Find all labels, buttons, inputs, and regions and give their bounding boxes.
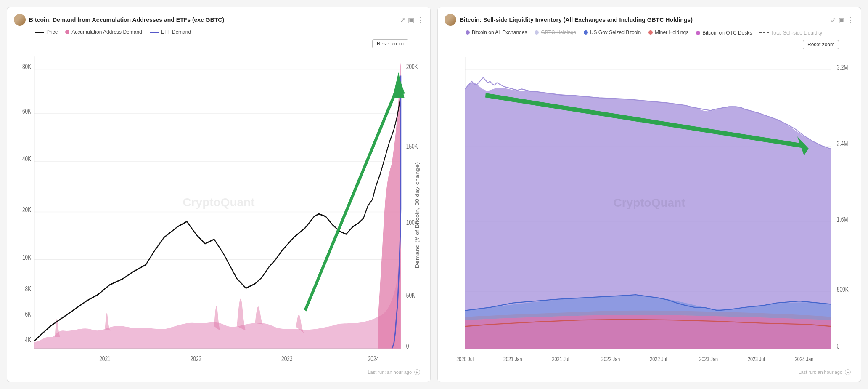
- svg-text:80K: 80K: [22, 63, 31, 70]
- reset-zoom-btn-2[interactable]: Reset zoom: [803, 40, 839, 49]
- legend-us-gov: US Gov Seized Bitcoin: [584, 29, 641, 36]
- window-icon-1[interactable]: ▣: [408, 16, 414, 24]
- svg-text:2022 Jul: 2022 Jul: [650, 355, 667, 362]
- svg-text:2022: 2022: [191, 355, 201, 362]
- play-icon-2: ▶: [847, 370, 849, 374]
- svg-text:50K: 50K: [406, 291, 415, 299]
- more-icon-2[interactable]: ⋮: [847, 16, 854, 24]
- legend-gbtc-dot: [535, 30, 539, 35]
- more-icon-1[interactable]: ⋮: [417, 16, 423, 24]
- legend-otc: Bitcoin on OTC Desks: [696, 30, 752, 36]
- svg-text:6K: 6K: [25, 310, 32, 318]
- svg-text:2023: 2023: [281, 355, 292, 362]
- panel-1-header: Bitcoin: Demand from Accumulation Addres…: [14, 14, 423, 26]
- svg-text:800K: 800K: [837, 285, 849, 293]
- legend-etf-line: [150, 32, 159, 33]
- legend-all-exchanges-dot: [466, 30, 470, 35]
- panel-1: Bitcoin: Demand from Accumulation Addres…: [7, 7, 431, 382]
- panel-1-legend: Price Accumulation Address Demand ETF De…: [14, 29, 423, 35]
- legend-price-label: Price: [46, 29, 58, 35]
- avatar-2: [445, 14, 456, 26]
- legend-miner: Miner Holdings: [648, 29, 688, 36]
- svg-text:20K: 20K: [22, 206, 31, 213]
- legend-otc-label: Bitcoin on OTC Desks: [702, 30, 752, 36]
- svg-text:2023 Jan: 2023 Jan: [699, 355, 718, 362]
- last-run-text-2: Last run: an hour ago: [798, 370, 842, 375]
- chart-1-svg: 80K 60K 40K 20K 10K 8K 6K 4K 200K 150K 1…: [14, 37, 423, 368]
- last-run-1: Last run: an hour ago ▶: [14, 369, 423, 375]
- panel-1-actions: ⤢ ▣ ⋮: [400, 16, 423, 24]
- svg-text:2021: 2021: [99, 355, 110, 362]
- legend-miner-dot: [648, 30, 653, 35]
- reset-zoom-btn-1[interactable]: Reset zoom: [372, 39, 408, 48]
- legend-total: Total Sell-side Liquidity: [760, 30, 822, 36]
- panel-2-title: Bitcoin: Sell-side Liquidity Inventory (…: [460, 16, 827, 23]
- panel-2-legend: Bitcoin on All Exchanges GBTC Holdings U…: [445, 29, 854, 36]
- panel-1-title: Bitcoin: Demand from Accumulation Addres…: [29, 16, 397, 23]
- legend-etf-label: ETF Demand: [161, 29, 191, 35]
- panel-2-chart-area: Reset zoom CryptoQuant 3.2M 2.4M 1.6M 80…: [445, 38, 854, 368]
- play-btn-2[interactable]: ▶: [845, 369, 851, 375]
- legend-all-exchanges: Bitcoin on All Exchanges: [466, 29, 527, 36]
- svg-text:2020 Jul: 2020 Jul: [456, 355, 474, 362]
- chart-2-svg: 3.2M 2.4M 1.6M 800K 0 2020 Jul 2021 Jan …: [445, 38, 854, 368]
- window-icon-2[interactable]: ▣: [839, 16, 845, 24]
- dashboard: Bitcoin: Demand from Accumulation Addres…: [7, 7, 861, 382]
- svg-text:0: 0: [406, 342, 409, 350]
- legend-otc-dot: [696, 31, 700, 35]
- legend-total-dash: [760, 32, 769, 33]
- svg-text:150K: 150K: [406, 142, 418, 150]
- svg-text:10K: 10K: [22, 253, 31, 261]
- legend-etf: ETF Demand: [150, 29, 191, 35]
- svg-text:3.2M: 3.2M: [837, 64, 848, 71]
- svg-text:2023 Jul: 2023 Jul: [748, 355, 765, 362]
- svg-text:2.4M: 2.4M: [837, 140, 848, 147]
- panel-2-actions: ⤢ ▣ ⋮: [831, 16, 854, 24]
- last-run-text-1: Last run: an hour ago: [368, 370, 412, 375]
- panel-2: Bitcoin: Sell-side Liquidity Inventory (…: [437, 7, 861, 382]
- expand-icon-1[interactable]: ⤢: [400, 16, 405, 24]
- svg-text:Demand (# of Bitcoin, 30 day c: Demand (# of Bitcoin, 30 day change): [415, 162, 420, 269]
- legend-gbtc-label: GBTC Holdings: [541, 29, 576, 35]
- legend-gbtc: GBTC Holdings: [535, 29, 576, 36]
- svg-text:200K: 200K: [406, 63, 418, 70]
- svg-text:0: 0: [837, 342, 840, 350]
- play-btn-1[interactable]: ▶: [414, 369, 420, 375]
- svg-text:2021 Jul: 2021 Jul: [552, 355, 569, 362]
- svg-text:2021 Jan: 2021 Jan: [503, 355, 522, 362]
- play-icon-1: ▶: [416, 370, 418, 374]
- svg-text:2024 Jan: 2024 Jan: [795, 355, 814, 362]
- legend-miner-label: Miner Holdings: [655, 29, 688, 35]
- svg-text:40K: 40K: [22, 155, 31, 163]
- legend-us-gov-label: US Gov Seized Bitcoin: [590, 29, 641, 35]
- legend-price-line: [35, 32, 44, 33]
- svg-text:2024: 2024: [368, 355, 379, 362]
- panel-2-header: Bitcoin: Sell-side Liquidity Inventory (…: [445, 14, 854, 26]
- legend-accum-dot: [65, 30, 69, 34]
- svg-text:60K: 60K: [22, 107, 31, 115]
- svg-text:2022 Jan: 2022 Jan: [601, 355, 620, 362]
- legend-price: Price: [35, 29, 58, 35]
- legend-all-exchanges-label: Bitcoin on All Exchanges: [472, 29, 527, 35]
- expand-icon-2[interactable]: ⤢: [831, 16, 836, 24]
- panel-1-chart-area: Reset zoom CryptoQuant 80K 60K 40K 20K 1…: [14, 37, 423, 368]
- legend-us-gov-dot: [584, 30, 588, 35]
- svg-text:1.6M: 1.6M: [837, 216, 848, 223]
- last-run-2: Last run: an hour ago ▶: [445, 369, 854, 375]
- svg-marker-28: [392, 72, 404, 98]
- legend-accum: Accumulation Address Demand: [65, 29, 142, 35]
- svg-text:4K: 4K: [25, 336, 32, 344]
- avatar-1: [14, 14, 26, 26]
- svg-text:8K: 8K: [25, 285, 32, 293]
- legend-total-label: Total Sell-side Liquidity: [771, 30, 822, 36]
- legend-accum-label: Accumulation Address Demand: [71, 29, 142, 35]
